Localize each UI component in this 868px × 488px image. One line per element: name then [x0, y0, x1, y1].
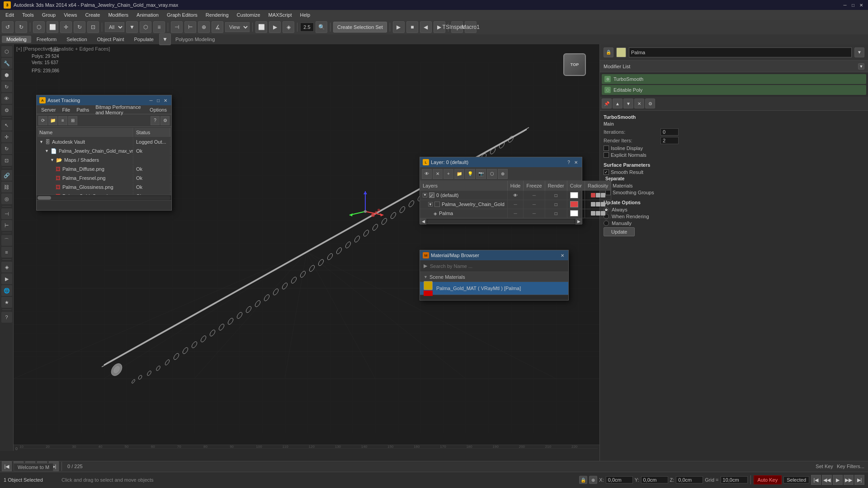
at-maxfile-expand[interactable]: ▼: [45, 149, 49, 153]
mod-delete-btn[interactable]: ✕: [634, 99, 644, 108]
render-icon[interactable]: ▶: [1, 273, 12, 284]
tab-populate[interactable]: Populate: [129, 36, 158, 43]
menu-maxscript[interactable]: MAXScript: [265, 11, 296, 19]
maximize-button[interactable]: □: [850, 2, 856, 8]
motion-icon[interactable]: ↻: [1, 81, 12, 92]
macro1-button[interactable]: Macro1: [465, 21, 476, 33]
mirror-tool-icon[interactable]: ⊣: [1, 208, 12, 219]
named-sel-button[interactable]: ≡: [153, 21, 165, 33]
coord-grid-icon[interactable]: ⊕: [589, 476, 597, 484]
menu-modifiers[interactable]: Modifiers: [104, 11, 132, 19]
object-name-input[interactable]: [629, 47, 852, 57]
timeline-prev-key[interactable]: |◀: [2, 461, 12, 471]
layer-jewelry-expand[interactable]: ▼: [428, 202, 433, 206]
redo-button[interactable]: ↻: [15, 21, 27, 33]
iterations-value[interactable]: 0: [660, 128, 679, 136]
undo-button[interactable]: ↺: [2, 21, 14, 33]
prev-frame-button[interactable]: ◀: [420, 21, 432, 33]
layer-geo-btn[interactable]: ⬡: [487, 169, 497, 179]
zoom-button[interactable]: 🔍: [316, 21, 327, 33]
asset-tracking-restore[interactable]: □: [155, 97, 161, 103]
scale-button[interactable]: ⊡: [87, 21, 99, 33]
snap-button[interactable]: ⊕: [198, 21, 210, 33]
layer-helper-btn[interactable]: ⊕: [498, 169, 508, 179]
at-list-btn[interactable]: ≡: [58, 116, 67, 125]
prev-key-btn[interactable]: |◀: [811, 475, 821, 485]
help-icon[interactable]: ?: [1, 312, 12, 323]
layer-view-btn[interactable]: 👁: [422, 169, 432, 179]
at-row-maxfile[interactable]: ▼ 📄 Palma_Jewelry_Chain_Gold_max_vray.ma…: [38, 147, 170, 155]
menu-edit[interactable]: Edit: [2, 11, 18, 19]
layer-row-jewelry[interactable]: ▼ Palma_Jewelry_Chain_Gold ─ ─ □: [420, 200, 611, 209]
tab-selection[interactable]: Selection: [62, 36, 91, 43]
layer-titlebar[interactable]: L Layer: 0 (default) ? ✕: [420, 157, 582, 167]
environment-icon[interactable]: 🌐: [1, 285, 12, 296]
at-row-fresnel[interactable]: 🖼 Palma_Fresnel.png Ok: [38, 174, 170, 182]
mod-move-up-btn[interactable]: ▲: [613, 99, 623, 108]
modifier-list-dropdown[interactable]: ▼: [858, 63, 864, 70]
render-button[interactable]: ▶: [269, 21, 281, 33]
play-btn[interactable]: ▶: [833, 475, 843, 485]
at-vault-expand[interactable]: ▼: [39, 140, 43, 144]
next-key-btn[interactable]: ▶|: [854, 475, 864, 485]
material-editor-button[interactable]: ◈: [283, 21, 294, 33]
stop-anim-button[interactable]: ■: [406, 21, 418, 33]
layer-jewelry-color[interactable]: [570, 201, 578, 207]
asset-tracking-close[interactable]: ✕: [162, 97, 169, 103]
menu-create[interactable]: Create: [81, 11, 104, 19]
material-browser-close[interactable]: ✕: [559, 252, 566, 258]
filter-dropdown[interactable]: All: [105, 22, 124, 32]
filter-btn[interactable]: ▼: [126, 21, 138, 33]
scale-tool-icon[interactable]: ⊡: [1, 155, 12, 166]
x-value[interactable]: 0,0cm: [606, 476, 633, 483]
autokey-button[interactable]: Auto Key: [754, 475, 782, 484]
layer-row-palma[interactable]: ◈ Palma ─ ─ □: [420, 209, 611, 218]
menu-help[interactable]: Help: [297, 11, 314, 19]
at-scrollbar[interactable]: [37, 195, 171, 200]
layer-jewelry-render[interactable]: □: [555, 202, 557, 207]
update-button[interactable]: Update: [604, 227, 635, 236]
at-menu-paths[interactable]: Paths: [74, 106, 92, 113]
isoline-checkbox[interactable]: [604, 145, 609, 151]
layer-default-expand[interactable]: ▼: [423, 193, 427, 197]
select-tool-icon[interactable]: ↖: [1, 120, 12, 131]
minimize-button[interactable]: ─: [842, 2, 848, 8]
at-folder-btn[interactable]: 📁: [48, 116, 57, 125]
hierarchy-icon[interactable]: ⬢: [1, 70, 12, 80]
curve-editor-icon[interactable]: ⌒: [1, 235, 12, 246]
layer-row-default[interactable]: ▼ ✓ 0 (default) 👁 ─ □: [420, 191, 611, 200]
tab-object-paint[interactable]: Object Paint: [93, 36, 129, 43]
asset-tracking-table-area[interactable]: Name Status ▼ 🗄 Autodesk Vault Logged Ou…: [37, 127, 171, 195]
manually-radio[interactable]: [604, 221, 609, 226]
asset-tracking-minimize[interactable]: ─: [148, 97, 154, 103]
unlink-tool-icon[interactable]: ⛓: [1, 182, 12, 192]
at-maps-expand[interactable]: ▼: [50, 158, 54, 162]
at-menu-bitmap[interactable]: Bitmap Performance and Memory: [93, 103, 146, 116]
align-tool-icon[interactable]: ⊢: [1, 220, 12, 231]
mod-move-down-btn[interactable]: ▼: [623, 99, 633, 108]
menu-rendering[interactable]: Rendering: [202, 11, 232, 19]
move-button[interactable]: ✛: [60, 21, 72, 33]
modifier-editable-poly[interactable]: ⬡ Editable Poly: [602, 85, 866, 95]
mod-pin-btn[interactable]: 📌: [602, 99, 612, 108]
nav-cube[interactable]: TOP: [563, 53, 590, 80]
menu-group[interactable]: Group: [38, 11, 60, 19]
layer-default-hide[interactable]: 👁: [513, 193, 518, 198]
layer-checkbox-jewelry[interactable]: [434, 202, 440, 207]
at-help-btn[interactable]: ?: [151, 116, 160, 125]
align-button[interactable]: ⊢: [184, 21, 196, 33]
select-region-button[interactable]: ⬜: [47, 21, 58, 33]
smooth-result-checkbox[interactable]: [604, 169, 609, 175]
tab-freeform[interactable]: Freeform: [32, 36, 61, 43]
layer-palma-color[interactable]: [570, 210, 578, 216]
mat-search-input[interactable]: [430, 263, 565, 269]
layer-add-btn[interactable]: +: [443, 169, 453, 179]
menu-tools[interactable]: Tools: [19, 11, 38, 19]
at-row-maps[interactable]: ▼ 📂 Maps / Shaders: [38, 156, 170, 164]
create-selection-set-button[interactable]: Create Selection Set: [333, 22, 387, 33]
material-browser-titlebar[interactable]: M Material/Map Browser ✕: [420, 250, 568, 260]
render-setup-button[interactable]: ⬜: [255, 21, 267, 33]
coord-lock-icon[interactable]: 🔒: [579, 476, 587, 484]
at-menu-options[interactable]: Options: [147, 106, 170, 113]
secondary-more-button[interactable]: ▼: [159, 33, 171, 45]
